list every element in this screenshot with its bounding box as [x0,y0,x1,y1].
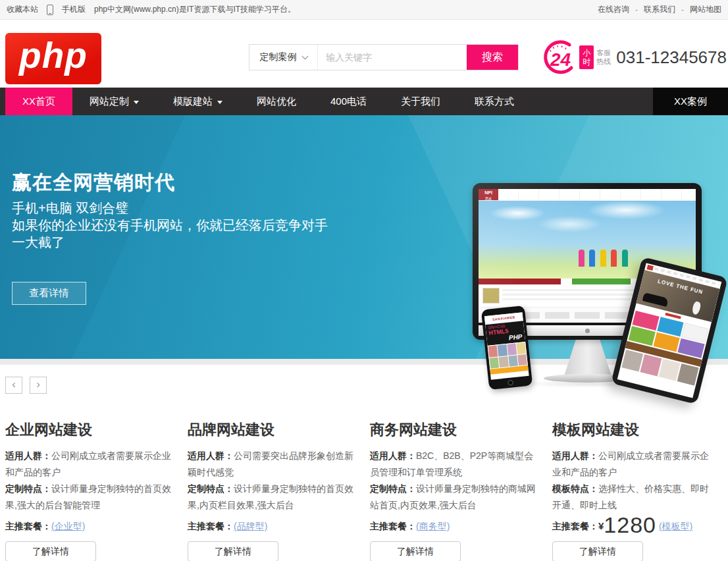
chevron-down-icon [301,53,308,59]
news-thumbnail [482,288,500,304]
header: php 定制案例 搜索 24 小 时 客服 热线 031-12345678 [0,20,728,88]
phone-home-button [507,379,514,386]
service-card-enterprise: 企业网站建设 适用人群：公司刚成立或者需要展示企业和产品的客户 定制特点：设计师… [5,420,188,561]
service-card-business: 商务网站建设 适用人群：B2C、B2B、P2P等商城型会员管理和订单管理系统 定… [370,420,552,561]
search-bar: 定制案例 搜索 [249,44,519,70]
package-label: 主推套餐： [552,521,598,531]
topbar-right: 在线咨询 - 联系我们 - 网站地图 [598,4,721,15]
hero-phone-illustration: SANXIAWEB DIV+CSS HTML5 PHP [481,306,533,390]
row-label: 适用人群： [5,450,51,461]
hours-unit-badge: 小 时 [579,45,594,69]
nav-label: 网站优化 [257,95,296,108]
search-category-value: 定制案例 [260,51,297,63]
online-consult-link[interactable]: 在线咨询 [598,4,629,15]
package-type-link[interactable]: (企业型) [51,521,85,531]
nav-item-seo[interactable]: 网站优化 [240,88,313,115]
bookmark-link[interactable]: 收藏本站 [7,4,38,15]
figure [579,250,585,267]
package-type-link[interactable]: (商务型) [416,521,450,531]
package-label: 主推套餐： [5,521,51,531]
news-lines [502,289,650,302]
figure [622,250,628,267]
learn-more-button[interactable]: 了解详情 [5,541,96,561]
nav-label: 400电话 [330,95,367,108]
monitor-logo-text: NPI [484,190,492,195]
tablet-site-logo [647,265,654,271]
learn-more-button[interactable]: 了解详情 [188,541,278,561]
figure [611,250,617,267]
site-tagline: php中文网(www.php.cn)是IT资源下载与IT技能学习平台。 [94,4,296,15]
carousel-next-button[interactable]: › [30,377,47,394]
hotline-hours: 24 [550,49,571,70]
row-label: 适用人群： [188,450,234,461]
nav-label: 模版建站 [173,95,213,108]
hotline: 24 小 时 客服 热线 031-12345678 [542,38,727,76]
dropdown-arrow-icon [217,101,222,104]
package-label: 主推套餐： [188,521,234,531]
phone-screen: SANXIAWEB DIV+CSS HTML5 PHP [484,312,529,380]
phone-thumbnail-grid [488,342,528,369]
nav-item-400[interactable]: 400电话 [313,88,384,115]
search-input[interactable] [318,45,467,70]
price-amount: 1280 [604,512,656,537]
nav-item-home[interactable]: XX首页 [5,88,72,115]
package-type-link[interactable]: (模板型) [659,521,692,531]
service-card-brand: 品牌网站建设 适用人群：公司需要突出品牌形象创造新颖时代感觉 定制特点：设计师量… [188,420,370,561]
sitemap-link[interactable]: 网站地图 [690,4,721,15]
package-label: 主推套餐： [370,521,416,531]
hotline-phone-number: 031-12345678 [616,47,727,68]
service-title: 模板网站建设 [552,420,713,440]
row-label: 定制特点： [5,483,51,494]
nav-item-about[interactable]: 关于我们 [384,88,457,115]
service-card-template: 模板网站建设 适用人群：公司刚成立或者需要展示企业和产品的客户 模板特点：选择性… [552,420,713,561]
search-category-select[interactable]: 定制案例 [249,45,318,70]
nav-label: XX首页 [22,95,55,108]
hotline-label-bottom: 热线 [596,57,611,66]
mobile-version-link[interactable]: 手机版 [62,4,86,15]
nav-label: 网站定制 [90,95,129,108]
learn-more-button[interactable]: 了解详情 [552,541,643,561]
hero-title: 赢在全网营销时代 [12,169,175,196]
nav-item-custom[interactable]: 网站定制 [72,88,156,115]
hero-banner: 赢在全网营销时代 手机+电脑 双剑合璧 如果你的企业还没有手机网站，你就已经落后… [0,115,728,359]
hotline-label-top: 客服 [596,49,611,57]
news-bar-green [572,279,631,284]
hours-unit-top: 小 [583,48,590,57]
apple-logo-icon [585,329,590,333]
logo[interactable]: php [5,33,101,84]
hero-subtitle-line2: 如果你的企业还没有手机网站，你就已经落后竞争对手一大截了 [12,217,336,251]
search-button[interactable]: 搜索 [467,45,518,70]
service-title: 商务网站建设 [370,420,540,440]
row-label: 模板特点： [552,483,598,494]
nav-label: 联系方式 [475,95,514,108]
hero-subtitle: 手机+电脑 双剑合璧 如果你的企业还没有手机网站，你就已经落后竞争对手一大截了 [12,200,336,251]
main-nav: XX首页 网站定制 模版建站 网站优化 400电话 关于我们 联系方式 XX案例 [0,88,728,115]
nav-item-template-build[interactable]: 模版建站 [156,88,240,115]
package-type-link[interactable]: (品牌型) [234,521,267,531]
car-silhouette [642,292,669,307]
24-hour-clock-icon: 24 [542,39,579,76]
topbar: 收藏本站 手机版 php中文网(www.php.cn)是IT资源下载与IT技能学… [0,0,728,20]
monitor-site-header: NPI 恩派 [479,189,696,201]
services-section: 企业网站建设 适用人群：公司刚成立或者需要展示企业和产品的客户 定制特点：设计师… [0,394,728,561]
nav-item-cases[interactable]: XX案例 [653,88,728,115]
nav-label: XX案例 [674,95,707,108]
news-bar-red [479,279,561,284]
monitor-site-logo: NPI 恩派 [479,189,498,200]
view-details-button[interactable]: 查看详情 [12,282,86,305]
topbar-left: 收藏本站 手机版 php中文网(www.php.cn)是IT资源下载与IT技能学… [7,4,296,15]
separator: - [681,5,684,14]
figure [589,250,595,267]
monitor-site-nav [498,189,696,200]
carousel-prev-button[interactable]: ‹ [5,377,22,394]
service-title: 企业网站建设 [5,420,176,440]
hotline-label: 客服 热线 [596,49,611,66]
contact-us-link[interactable]: 联系我们 [644,4,675,15]
figure [600,250,606,267]
nav-item-contact[interactable]: 联系方式 [457,88,531,115]
learn-more-button[interactable]: 了解详情 [370,541,461,561]
hours-unit-bottom: 时 [583,57,590,67]
row-label: 定制特点： [188,483,234,494]
dropdown-arrow-icon [134,101,139,104]
separator: - [635,5,638,14]
